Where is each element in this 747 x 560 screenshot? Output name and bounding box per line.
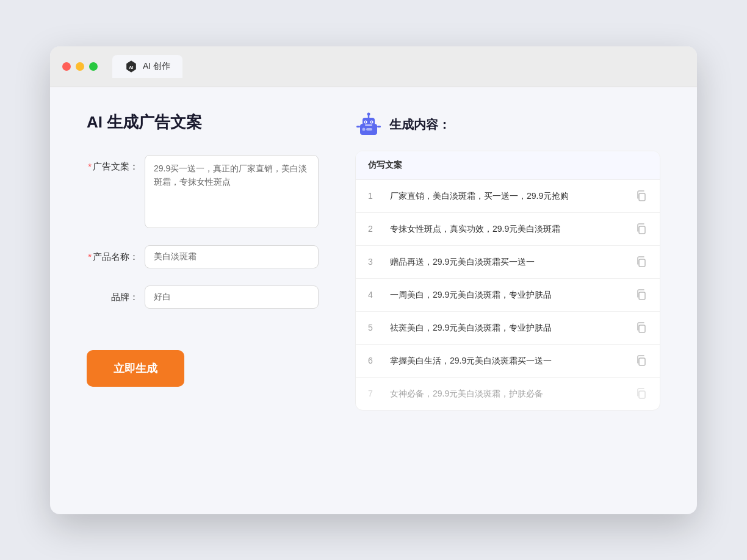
main-content: AI 生成广告文案 *广告文案： 29.9买一送一，真正的厂家直销，美白淡斑霜，… bbox=[50, 87, 697, 514]
svg-rect-20 bbox=[639, 358, 645, 365]
table-row: 1 厂家直销，美白淡斑霜，买一送一，29.9元抢购 bbox=[356, 180, 660, 213]
svg-point-11 bbox=[363, 127, 366, 131]
row-num: 6 bbox=[368, 356, 380, 365]
ad-copy-group: *广告文案： 29.9买一送一，真正的厂家直销，美白淡斑霜，专抹女性斑点 bbox=[87, 155, 319, 228]
copy-icon[interactable] bbox=[635, 387, 648, 400]
row-num: 1 bbox=[368, 191, 380, 201]
svg-rect-13 bbox=[356, 126, 360, 127]
ai-tab-icon: AI bbox=[125, 60, 138, 73]
row-num: 7 bbox=[368, 389, 380, 398]
ad-copy-label: *广告文案： bbox=[87, 155, 139, 173]
copy-icon[interactable] bbox=[635, 354, 648, 367]
svg-rect-16 bbox=[639, 226, 645, 234]
product-name-label: *产品名称： bbox=[87, 245, 139, 263]
tab-label: AI 创作 bbox=[143, 61, 170, 72]
result-header: 生成内容： bbox=[355, 112, 660, 138]
page-title: AI 生成广告文案 bbox=[87, 112, 319, 133]
row-num: 2 bbox=[368, 224, 380, 234]
result-title: 生成内容： bbox=[389, 117, 450, 133]
table-row: 6 掌握美白生活，29.9元美白淡斑霜买一送一 bbox=[356, 345, 660, 378]
table-header: 仿写文案 bbox=[356, 151, 660, 180]
right-panel: 生成内容： 仿写文案 1 厂家直销，美白淡斑霜，买一送一，29.9元抢购 2 专… bbox=[355, 112, 660, 490]
result-table: 仿写文案 1 厂家直销，美白淡斑霜，买一送一，29.9元抢购 2 专抹女性斑点，… bbox=[355, 151, 660, 411]
svg-rect-21 bbox=[639, 391, 645, 398]
product-name-group: *产品名称： bbox=[87, 245, 319, 268]
maximize-button[interactable] bbox=[89, 62, 98, 71]
row-num: 5 bbox=[368, 323, 380, 332]
close-button[interactable] bbox=[62, 62, 71, 71]
svg-text:AI: AI bbox=[129, 64, 133, 70]
copy-icon[interactable] bbox=[635, 256, 648, 268]
copy-icon[interactable] bbox=[635, 289, 648, 301]
row-text: 掌握美白生活，29.9元美白淡斑霜买一送一 bbox=[390, 354, 626, 367]
traffic-lights bbox=[62, 62, 98, 71]
svg-point-9 bbox=[371, 121, 372, 122]
required-star-2: * bbox=[88, 251, 92, 262]
table-row: 3 赠品再送，29.9元美白淡斑霜买一送一 bbox=[356, 246, 660, 279]
svg-point-5 bbox=[367, 112, 370, 115]
table-row: 2 专抹女性斑点，真实功效，29.9元美白淡斑霜 bbox=[356, 213, 660, 246]
svg-rect-17 bbox=[639, 259, 645, 267]
brand-label: 品牌： bbox=[87, 285, 139, 303]
row-num: 4 bbox=[368, 290, 380, 300]
product-name-input[interactable] bbox=[145, 245, 319, 268]
generate-button[interactable]: 立即生成 bbox=[87, 350, 184, 387]
browser-window: AI AI 创作 AI 生成广告文案 *广告文案： 29.9买一送一，真正的厂家… bbox=[50, 46, 697, 514]
svg-rect-15 bbox=[639, 193, 645, 201]
svg-rect-14 bbox=[377, 126, 381, 127]
row-text: 祛斑美白，29.9元美白淡斑霜，专业护肤品 bbox=[390, 321, 626, 334]
copy-icon[interactable] bbox=[635, 223, 648, 235]
brand-group: 品牌： bbox=[87, 285, 319, 309]
svg-rect-10 bbox=[365, 124, 372, 126]
copy-icon[interactable] bbox=[635, 190, 648, 202]
row-text: 一周美白，29.9元美白淡斑霜，专业护肤品 bbox=[390, 289, 626, 301]
table-row: 4 一周美白，29.9元美白淡斑霜，专业护肤品 bbox=[356, 279, 660, 312]
svg-rect-18 bbox=[639, 292, 645, 300]
brand-input[interactable] bbox=[145, 285, 319, 309]
title-bar: AI AI 创作 bbox=[50, 46, 697, 87]
svg-point-8 bbox=[365, 121, 366, 122]
minimize-button[interactable] bbox=[76, 62, 84, 71]
table-row: 5 祛斑美白，29.9元美白淡斑霜，专业护肤品 bbox=[356, 312, 660, 345]
robot-icon bbox=[355, 112, 382, 138]
table-row: 7 女神必备，29.9元美白淡斑霜，护肤必备 bbox=[356, 378, 660, 410]
left-panel: AI 生成广告文案 *广告文案： 29.9买一送一，真正的厂家直销，美白淡斑霜，… bbox=[87, 112, 319, 490]
ad-copy-input[interactable]: 29.9买一送一，真正的厂家直销，美白淡斑霜，专抹女性斑点 bbox=[145, 155, 319, 228]
row-num: 3 bbox=[368, 257, 380, 267]
row-text: 女神必备，29.9元美白淡斑霜，护肤必备 bbox=[390, 387, 626, 400]
required-star-1: * bbox=[88, 161, 92, 171]
ai-tab[interactable]: AI AI 创作 bbox=[112, 55, 182, 78]
svg-rect-19 bbox=[639, 325, 645, 332]
row-text: 赠品再送，29.9元美白淡斑霜买一送一 bbox=[390, 256, 626, 268]
svg-rect-12 bbox=[366, 128, 372, 131]
row-text: 厂家直销，美白淡斑霜，买一送一，29.9元抢购 bbox=[390, 190, 626, 203]
row-text: 专抹女性斑点，真实功效，29.9元美白淡斑霜 bbox=[390, 223, 626, 235]
copy-icon[interactable] bbox=[635, 321, 648, 334]
